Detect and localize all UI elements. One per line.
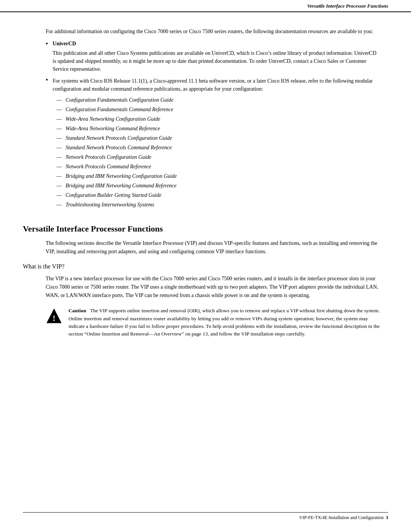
- dash-text: Configuration Fundamentals Configuration…: [65, 96, 174, 104]
- sub-heading-vip: What is the VIP?: [23, 263, 388, 270]
- section-heading: Versatile Interface Processor Functions: [23, 224, 388, 234]
- dash-text: Network Protocols Configuration Guide: [65, 153, 151, 161]
- dash-item: —Troubleshooting Internetworking Systems: [56, 201, 381, 209]
- dash-text: Standard Network Protocols Command Refer…: [65, 144, 172, 152]
- dash-text: Configuration Builder Getting Started Gu…: [65, 191, 161, 199]
- ios-body: For systems with Cisco IOS Release 11.1(…: [53, 77, 381, 93]
- dash-symbol: —: [56, 96, 62, 104]
- caution-body: The VIP supports online insertion and re…: [68, 308, 380, 337]
- caution-icon: !: [46, 308, 62, 324]
- dash-symbol: —: [56, 134, 62, 142]
- dash-item: —Wide-Area Networking Command Reference: [56, 125, 381, 133]
- caution-box: ! Caution The VIP supports online insert…: [46, 307, 381, 338]
- univercd-body: This publication and all other Cisco Sys…: [53, 49, 381, 73]
- dash-symbol: —: [56, 153, 62, 161]
- bullet-item-univercd: • UniverCD This publication and all othe…: [46, 41, 381, 73]
- dash-symbol: —: [56, 105, 62, 113]
- section-intro: The following sections describe the Vers…: [46, 239, 381, 256]
- main-content: For additional information on configurin…: [0, 12, 411, 361]
- dash-symbol: —: [56, 144, 62, 152]
- caution-text: Caution The VIP supports online insertio…: [68, 307, 381, 338]
- dash-symbol: —: [56, 125, 62, 133]
- page-footer: VIP-FE-TX/4E Installation and Configurat…: [23, 512, 388, 521]
- univercd-title: UniverCD: [53, 41, 381, 47]
- svg-text:!: !: [53, 313, 55, 323]
- footer-page-number: 3: [386, 515, 388, 521]
- dash-item: —Bridging and IBM Networking Configurati…: [56, 172, 381, 180]
- dash-item: —Network Protocols Configuration Guide: [56, 153, 381, 161]
- vip-body: The VIP is a new interface processor for…: [46, 275, 381, 299]
- dash-symbol: —: [56, 115, 62, 123]
- header-title: Versatile Interface Processor Functions: [307, 3, 388, 9]
- dash-symbol: —: [56, 172, 62, 180]
- bullet-content-univercd: UniverCD This publication and all other …: [53, 41, 381, 73]
- caution-label: Caution: [68, 308, 86, 313]
- page: Versatile Interface Processor Functions …: [0, 0, 411, 532]
- dash-symbol: —: [56, 182, 62, 190]
- bullet-dot-2: •: [46, 76, 48, 84]
- dash-symbol: —: [56, 163, 62, 171]
- dash-item: —Wide-Area Networking Configuration Guid…: [56, 115, 381, 123]
- dash-symbol: —: [56, 201, 62, 209]
- intro-paragraph: For additional information on configurin…: [46, 27, 381, 35]
- bullet-dot-1: •: [46, 40, 48, 48]
- dash-item: —Bridging and IBM Networking Command Ref…: [56, 182, 381, 190]
- dash-text: Troubleshooting Internetworking Systems: [65, 201, 154, 209]
- dash-text: Wide-Area Networking Configuration Guide: [65, 115, 160, 123]
- dash-symbol: —: [56, 191, 62, 199]
- page-header: Versatile Interface Processor Functions: [0, 0, 411, 12]
- dash-text: Standard Network Protocols Configuration…: [65, 134, 172, 142]
- dash-text: Network Protocols Command Reference: [65, 163, 151, 171]
- dash-text: Bridging and IBM Networking Configuratio…: [65, 172, 177, 180]
- dash-text: Bridging and IBM Networking Command Refe…: [65, 182, 176, 190]
- footer-text: VIP-FE-TX/4E Installation and Configurat…: [299, 515, 384, 521]
- dash-item: —Configuration Builder Getting Started G…: [56, 191, 381, 199]
- bullet-item-ios: • For systems with Cisco IOS Release 11.…: [46, 77, 381, 210]
- bullet-content-ios: For systems with Cisco IOS Release 11.1(…: [53, 77, 381, 210]
- dash-item: —Configuration Fundamentals Command Refe…: [56, 105, 381, 113]
- dash-text: Configuration Fundamentals Command Refer…: [65, 105, 173, 113]
- dash-item: —Standard Network Protocols Configuratio…: [56, 134, 381, 142]
- dash-list: —Configuration Fundamentals Configuratio…: [56, 96, 381, 209]
- dash-item: —Network Protocols Command Reference: [56, 163, 381, 171]
- dash-item: —Configuration Fundamentals Configuratio…: [56, 96, 381, 104]
- dash-item: —Standard Network Protocols Command Refe…: [56, 144, 381, 152]
- bullet-section: • UniverCD This publication and all othe…: [46, 41, 381, 210]
- dash-text: Wide-Area Networking Command Reference: [65, 125, 160, 133]
